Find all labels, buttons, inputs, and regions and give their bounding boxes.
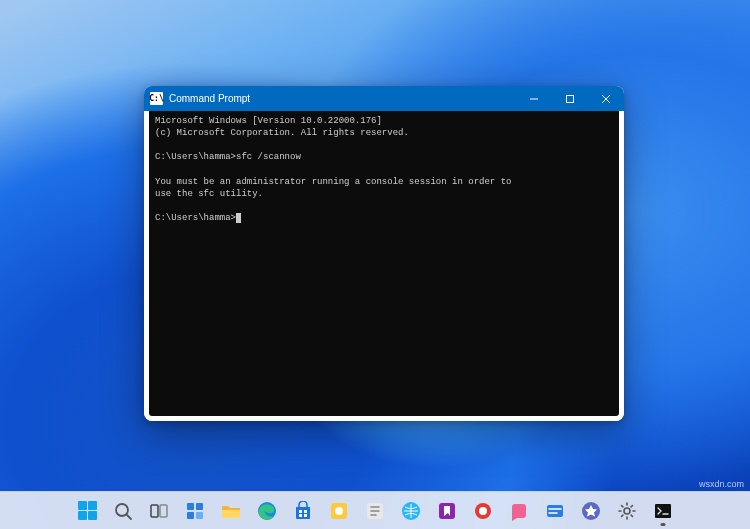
command-prompt-window: C:\ Command Prompt Microsoft Windows [Ve… [144,86,624,421]
term-command: sfc /scannow [236,152,301,162]
svg-rect-9 [299,510,302,513]
app-button-8[interactable] [575,495,607,527]
start-button[interactable] [71,495,103,527]
app-icon [580,500,602,522]
term-prompt: C:\Users\hamma> [155,152,236,162]
store-button[interactable] [287,495,319,527]
task-view-button[interactable] [143,495,175,527]
svg-rect-20 [547,505,563,517]
app-icon [328,500,350,522]
window-controls [516,86,624,111]
svg-rect-4 [187,503,194,510]
term-line: use the sfc utility. [155,189,263,199]
taskbar-items [71,495,679,527]
terminal-output[interactable]: Microsoft Windows [Version 10.0.22000.17… [144,111,624,421]
svg-rect-11 [299,514,302,517]
app-button-4[interactable] [431,495,463,527]
app-button-1[interactable] [323,495,355,527]
file-explorer-button[interactable] [215,495,247,527]
term-prompt: C:\Users\hamma> [155,213,236,223]
svg-rect-5 [196,503,203,510]
search-button[interactable] [107,495,139,527]
cursor-icon [236,213,241,223]
terminal-icon [652,500,674,522]
system-menu-icon[interactable]: C:\ [150,92,163,105]
svg-rect-3 [160,505,167,517]
settings-button[interactable] [611,495,643,527]
minimize-button[interactable] [516,86,552,111]
taskbar [0,491,750,529]
edge-icon [256,500,278,522]
gear-icon [616,500,638,522]
search-icon [112,500,134,522]
app-button-6[interactable] [503,495,535,527]
svg-point-1 [116,504,128,516]
app-button-7[interactable] [539,495,571,527]
titlebar[interactable]: C:\ Command Prompt [144,86,624,111]
maximize-button[interactable] [552,86,588,111]
svg-rect-12 [304,514,307,517]
term-line: (c) Microsoft Corporation. All rights re… [155,128,409,138]
svg-rect-10 [304,510,307,513]
app-button-5[interactable] [467,495,499,527]
app-button-3[interactable] [395,495,427,527]
term-line: You must be an administrator running a c… [155,177,511,187]
term-line: Microsoft Windows [Version 10.0.22000.17… [155,116,382,126]
app-icon [544,500,566,522]
app-icon [472,500,494,522]
svg-rect-7 [196,512,203,519]
edge-button[interactable] [251,495,283,527]
app-icon [364,500,386,522]
widgets-button[interactable] [179,495,211,527]
command-prompt-button[interactable] [647,495,679,527]
svg-rect-2 [151,505,158,517]
svg-rect-23 [655,504,671,518]
svg-rect-0 [567,95,574,102]
app-icon [436,500,458,522]
windows-logo-icon [76,500,98,522]
app-icon [508,500,530,522]
svg-point-14 [335,507,343,515]
watermark: wsxdn.com [699,479,744,489]
window-title: Command Prompt [169,93,516,104]
app-button-2[interactable] [359,495,391,527]
task-view-icon [148,500,170,522]
store-icon [292,500,314,522]
svg-point-22 [624,508,630,514]
widgets-icon [184,500,206,522]
close-button[interactable] [588,86,624,111]
app-icon [400,500,422,522]
svg-point-19 [479,507,487,515]
folder-icon [220,500,242,522]
svg-rect-6 [187,512,194,519]
